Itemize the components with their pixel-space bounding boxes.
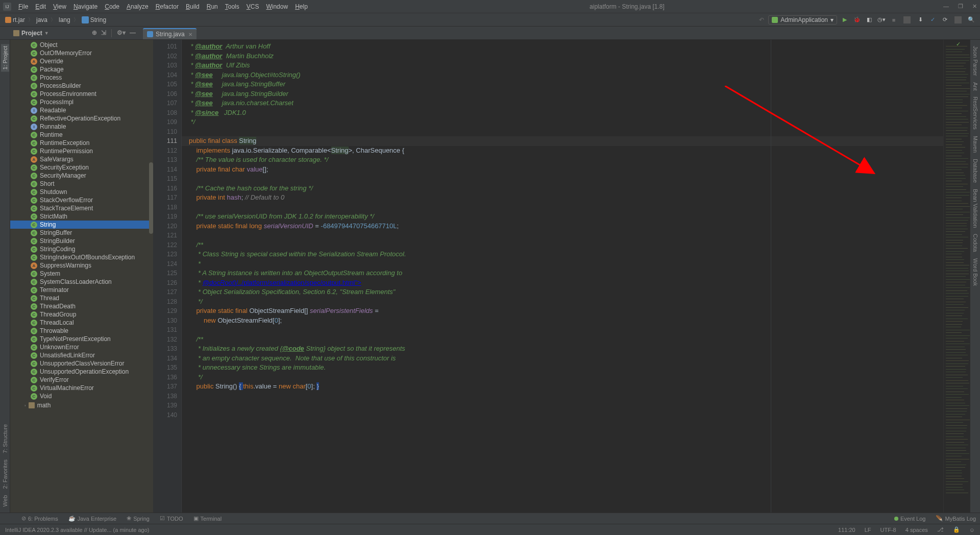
todo-tab[interactable]: ☑ TODO (160, 515, 183, 522)
git-branch-icon[interactable]: ⎇ (937, 526, 944, 533)
menu-build[interactable]: Build (183, 2, 203, 11)
maximize-icon[interactable]: ❐ (958, 3, 963, 10)
tree-item-safevarargs[interactable]: ASafeVarargs (10, 155, 153, 163)
right-tab-maven[interactable]: Maven (971, 134, 979, 155)
java-enterprise-tab[interactable]: ☕ Java Enterprise (68, 515, 116, 522)
event-log-tab[interactable]: Event Log (894, 516, 926, 522)
project-tool-label[interactable]: Project ▼ ⊕ ⇲ ⚙▾ — (0, 29, 143, 37)
tree-folder-math[interactable]: › math (10, 401, 153, 409)
terminal-tab[interactable]: ▣ Terminal (193, 515, 222, 522)
sidebar-scrollbar[interactable] (149, 162, 153, 234)
structure-tab[interactable]: 7: Structure (1, 422, 9, 455)
tree-item-unknownerror[interactable]: CUnknownError (10, 343, 153, 351)
menu-navigate[interactable]: Navigate (70, 2, 101, 11)
editor[interactable]: 1011021031041051061071081091101111121131… (153, 40, 970, 513)
status-message[interactable]: IntelliJ IDEA 2020.2.3 available // Upda… (5, 527, 150, 533)
inspection-ok-icon[interactable]: ✓ (956, 41, 961, 47)
tree-item-processenvironment[interactable]: CProcessEnvironment (10, 90, 153, 98)
crumb-java[interactable]: java (36, 16, 47, 23)
lock-icon[interactable]: 🔒 (953, 526, 960, 533)
tree-item-systemclassloaderaction[interactable]: CSystemClassLoaderAction (10, 278, 153, 286)
minimap[interactable]: ✓ (943, 40, 970, 513)
tree-item-runtimeexception[interactable]: CRuntimeException (10, 139, 153, 147)
profile-icon[interactable]: ◷▾ (878, 16, 885, 23)
tab-close-icon[interactable]: ✕ (188, 32, 192, 37)
spring-tab[interactable]: ❀ Spring (127, 515, 150, 522)
indent[interactable]: 4 spaces (905, 527, 928, 533)
web-tab[interactable]: Web (1, 493, 9, 508)
tree-item-threadgroup[interactable]: CThreadGroup (10, 310, 153, 319)
tree-item-runtime[interactable]: CRuntime (10, 131, 153, 139)
tree-item-strictmath[interactable]: CStrictMath (10, 212, 153, 221)
crumb-rtjar[interactable]: rt.jar (5, 16, 25, 23)
menu-refactor[interactable]: Refactor (153, 2, 182, 11)
mybatis-log-tab[interactable]: 🪶 MyBatis Log (936, 515, 976, 522)
menu-file[interactable]: File (15, 2, 31, 11)
tree-item-stringbuffer[interactable]: CStringBuffer (10, 229, 153, 237)
tree-item-stringindexoutofboundsexception[interactable]: CStringIndexOutOfBoundsException (10, 253, 153, 261)
vcs-update-icon[interactable]: ⬇ (917, 16, 924, 23)
tree-item-package[interactable]: CPackage (10, 65, 153, 74)
tree-item-securitymanager[interactable]: CSecurityManager (10, 172, 153, 180)
tree-item-processbuilder[interactable]: CProcessBuilder (10, 82, 153, 90)
hide-icon[interactable]: — (130, 29, 136, 37)
menu-code[interactable]: Code (102, 2, 122, 11)
minimize-icon[interactable]: — (943, 3, 949, 10)
run-config-select[interactable]: AdminApplication ▾ (768, 15, 837, 25)
tree-item-securityexception[interactable]: CSecurityException (10, 163, 153, 172)
tree-item-threaddeath[interactable]: CThreadDeath (10, 302, 153, 310)
tree-item-unsatisfiedlinkerror[interactable]: CUnsatisfiedLinkError (10, 351, 153, 359)
tree-item-short[interactable]: CShort (10, 180, 153, 188)
smile-icon[interactable]: ☺ (969, 527, 975, 533)
crumb-lang[interactable]: lang (59, 16, 70, 23)
tree-item-process[interactable]: CProcess (10, 74, 153, 82)
right-tab-codota[interactable]: Codota (971, 232, 979, 254)
vcs-commit-icon[interactable]: ✓ (929, 16, 936, 23)
debug-icon[interactable]: 🐞 (853, 16, 861, 23)
project-tree[interactable]: CObjectCOutOfMemoryErrorAOverrideCPackag… (10, 40, 153, 513)
line-separator[interactable]: LF (865, 527, 871, 533)
menu-window[interactable]: Window (263, 2, 291, 11)
tree-item-processimpl[interactable]: CProcessImpl (10, 98, 153, 106)
tree-item-stackoverflowerror[interactable]: CStackOverflowError (10, 196, 153, 204)
tree-item-stacktraceelement[interactable]: CStackTraceElement (10, 204, 153, 212)
tree-item-system[interactable]: CSystem (10, 270, 153, 278)
crumb-string[interactable]: String (82, 16, 106, 23)
tree-item-stringbuilder[interactable]: CStringBuilder (10, 237, 153, 245)
tree-item-runtimepermission[interactable]: CRuntimePermission (10, 147, 153, 155)
tree-item-throwable[interactable]: CThrowable (10, 327, 153, 335)
menu-edit[interactable]: Edit (32, 2, 49, 11)
tree-item-override[interactable]: AOverride (10, 57, 153, 65)
tree-item-readable[interactable]: IReadable (10, 106, 153, 114)
tree-item-stringcoding[interactable]: CStringCoding (10, 245, 153, 253)
tree-item-suppresswarnings[interactable]: ASuppressWarnings (10, 261, 153, 270)
menu-view[interactable]: View (50, 2, 69, 11)
tree-item-unsupportedclassversionerror[interactable]: CUnsupportedClassVersionError (10, 359, 153, 368)
right-tab-json-parser[interactable]: Json Parser (971, 44, 979, 78)
tree-item-string[interactable]: CString (10, 221, 153, 229)
expand-icon[interactable]: ⇲ (101, 29, 106, 37)
right-tab-word-book[interactable]: Word Book (971, 256, 979, 288)
right-tab-restservices[interactable]: RestServices (971, 94, 979, 132)
tree-item-outofmemoryerror[interactable]: COutOfMemoryError (10, 49, 153, 57)
tree-item-reflectiveoperationexception[interactable]: CReflectiveOperationException (10, 114, 153, 123)
target-icon[interactable]: ⊕ (92, 29, 97, 37)
tree-item-void[interactable]: CVoid (10, 392, 153, 400)
run-icon[interactable]: ▶ (841, 16, 848, 23)
close-icon[interactable]: ✕ (972, 3, 977, 10)
tree-item-shutdown[interactable]: CShutdown (10, 188, 153, 196)
caret-pos[interactable]: 111:20 (838, 527, 855, 533)
menu-analyze[interactable]: Analyze (124, 2, 152, 11)
tree-item-virtualmachineerror[interactable]: CVirtualMachineError (10, 384, 153, 392)
menu-tools[interactable]: Tools (222, 2, 242, 11)
tree-item-verifyerror[interactable]: CVerifyError (10, 376, 153, 384)
search-icon[interactable]: 🔍 (968, 16, 975, 23)
tree-item-thread[interactable]: CThread (10, 294, 153, 302)
code-area[interactable]: * @author Arthur van Hoff * @author Mart… (182, 40, 943, 513)
coverage-icon[interactable]: ◧ (866, 16, 873, 23)
tree-item-terminator[interactable]: CTerminator (10, 286, 153, 294)
editor-tab-string[interactable]: String.java ✕ (143, 28, 197, 39)
vcs-history-icon[interactable]: ⟳ (941, 16, 948, 23)
right-tab-bean-validation[interactable]: Bean Validation (971, 187, 979, 230)
menu-run[interactable]: Run (204, 2, 221, 11)
